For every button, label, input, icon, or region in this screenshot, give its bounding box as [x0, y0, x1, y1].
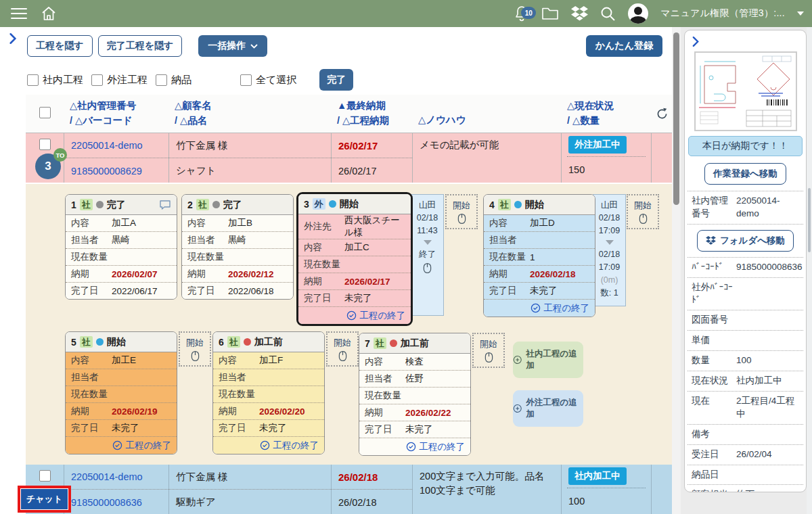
order-id-link[interactable]: 22050014-demo: [71, 140, 143, 151]
scrollbar-thumb[interactable]: [808, 188, 811, 252]
card-status-label: 完了: [107, 199, 126, 211]
search-icon[interactable]: [600, 6, 616, 22]
mouse-icon: [338, 350, 347, 362]
home-icon[interactable]: [41, 6, 57, 21]
add-external-process-button[interactable]: 外注工程の追加: [513, 390, 583, 427]
dropbox-icon: [706, 236, 716, 245]
user-avatar[interactable]: [628, 3, 648, 24]
sidebar-collapse-chevron-icon[interactable]: [692, 36, 700, 47]
process-count-badge[interactable]: 3TO: [35, 154, 61, 179]
process-due-date: 26/02/17: [338, 166, 376, 177]
filter-select-all[interactable]: 全て選択: [240, 74, 296, 87]
process-card-1[interactable]: 1 社 完了 内容加工A 担当者黒崎 現在数量 納期2026/02/07 完了日…: [65, 194, 177, 300]
account-caret-icon[interactable]: [797, 11, 804, 16]
end-process-link[interactable]: 工程の終了: [484, 300, 595, 317]
process-card-5[interactable]: 5 社 開始 内容加工E 担当者 現在数量 納期2026/02/19 完了日未完…: [65, 331, 177, 454]
checkbox-delivery[interactable]: [156, 74, 167, 86]
notification-count-badge: 10: [521, 7, 536, 19]
folder-icon[interactable]: [541, 7, 559, 20]
start-process-button-5[interactable]: 開始: [179, 331, 211, 367]
work-log-panel-4[interactable]: 山田 02/18 17:09 02/18 17:09 (0m) 数: 1: [593, 194, 626, 306]
drawing-thumbnail[interactable]: [694, 51, 797, 131]
toolbar: 工程を隠す 完了工程を隠す 一括操作 かんたん登録: [0, 35, 672, 57]
work-log-panel-3[interactable]: 山田 02/18 11:43 終了: [411, 194, 444, 316]
folder-move-button[interactable]: フォルダへ移動: [697, 230, 794, 252]
table-row[interactable]: 3TO 22050014-demo 9185000008629 竹下金属 様 シ…: [26, 133, 672, 183]
start-process-button-3[interactable]: 開始: [445, 194, 478, 229]
start-process-button-4[interactable]: 開始: [627, 194, 659, 229]
mouse-icon: [484, 352, 493, 363]
sidebar-scrollbar[interactable]: [807, 27, 812, 514]
checkbox-row1[interactable]: [39, 139, 51, 150]
status-dot-red: [390, 340, 397, 347]
check-circle-icon: [346, 310, 357, 321]
process-card-6[interactable]: 6 社 加工前 内容加工F 担当者 現在数量 納期2026/02/20 完了日未…: [212, 331, 325, 454]
field-row: 数量100: [685, 351, 806, 371]
work-register-button[interactable]: 作業登録へ移動: [704, 163, 786, 185]
worker-name: 山田: [593, 199, 625, 212]
check-circle-icon: [260, 440, 270, 450]
col-header-due[interactable]: ▲最終納期/ △工程納期: [332, 95, 413, 133]
order-id-link[interactable]: 22050014-demo: [71, 471, 143, 482]
end-process-link[interactable]: 工程の終了: [66, 437, 177, 454]
col-header-status-qty[interactable]: △現在状況/ △数量: [562, 95, 652, 133]
process-card-7[interactable]: 7 社 加工前 内容検査 担当者佐野 現在数量 納期2026/02/22 完了日…: [359, 333, 471, 456]
checkbox-header[interactable]: [39, 107, 51, 118]
notifications-bell-icon[interactable]: 10: [514, 5, 529, 22]
end-process-link[interactable]: 工程の終了: [213, 437, 324, 454]
chat-button[interactable]: チャット: [21, 489, 68, 509]
bulk-action-button[interactable]: 一括操作: [198, 35, 267, 57]
col-header-id-barcode[interactable]: △社内管理番号/ △バーコード: [64, 95, 169, 133]
row1-spacer: [652, 133, 672, 183]
filter-external-process[interactable]: 外注工程: [91, 74, 148, 87]
col-header-knowhow[interactable]: △ノウハウ: [413, 95, 562, 133]
row2-spacer: [652, 465, 672, 514]
dropbox-icon[interactable]: [571, 6, 588, 21]
complete-button[interactable]: 完了: [319, 69, 353, 91]
end-process-link[interactable]: 工程の終了: [359, 438, 470, 455]
process-card-2[interactable]: 2 社 完了 内容加工B 担当者黒崎 現在数量 納期2026/02/12 完了日…: [181, 194, 294, 300]
start-process-button-7[interactable]: 開始: [472, 333, 505, 368]
end-process-link[interactable]: 工程の終了: [298, 307, 411, 324]
checkbox-external-process[interactable]: [91, 74, 103, 86]
barcode-link[interactable]: 9185000008629: [71, 166, 142, 177]
checkbox-internal-process[interactable]: [27, 74, 39, 86]
field-row: 納品日: [685, 465, 806, 485]
account-label[interactable]: マニュアル権限（管理3）:...: [660, 7, 785, 20]
filter-delivery[interactable]: 納品: [156, 74, 191, 87]
comment-icon[interactable]: [159, 200, 171, 210]
arrow-down-icon: [606, 240, 614, 245]
add-internal-process-button[interactable]: 社内工程の追加: [513, 342, 583, 378]
process-card-3-selected[interactable]: 3 外 開始 外注先西大阪スチール様 内容加工C 現在数量 納期2026/02/…: [296, 192, 413, 326]
card-body: 内容検査 担当者佐野 現在数量 納期2026/02/22 完了日未完了 工程の終…: [359, 354, 470, 455]
easy-register-button[interactable]: かんたん登録: [586, 35, 662, 57]
field-row: 単価: [685, 331, 806, 350]
cell-id-barcode: 22050014-demo 9185000008629: [64, 133, 169, 183]
divider: [687, 224, 803, 225]
final-due-date: 26/02/17: [338, 140, 378, 151]
barcode-link[interactable]: 9185000008636: [71, 497, 142, 508]
card-body: 内容加工A 担当者黒崎 現在数量 納期2026/02/07 完了日2022/06…: [66, 215, 177, 299]
hide-process-button[interactable]: 工程を隠す: [27, 35, 93, 57]
card-type-badge: 社: [80, 199, 93, 211]
process-card-4[interactable]: 4 社 開始 内容加工D 担当者 現在数量1 納期2026/02/18 完了日未…: [483, 194, 595, 317]
checkbox-row2[interactable]: [39, 470, 51, 482]
checkbox-select-all[interactable]: [240, 74, 252, 86]
cell-due-dates: 26/02/17 26/02/17: [332, 133, 413, 183]
table-row[interactable]: 22050014-demo 9185000008636 竹下金属 様 駆動ギア …: [26, 465, 672, 514]
filter-internal-process[interactable]: 社内工程: [27, 74, 83, 87]
status-badge[interactable]: 外注加工中: [568, 136, 627, 154]
refresh-icon[interactable]: [656, 108, 669, 120]
filter-bar: 社内工程 外注工程 納品 全て選択 完了: [0, 69, 672, 91]
main-scrollbar[interactable]: [672, 27, 681, 514]
start-process-button-6[interactable]: 開始: [326, 331, 359, 367]
col-header-customer-product[interactable]: △顧客名/ △品名: [169, 95, 332, 133]
field-row: 現在状況社内加工中: [685, 371, 806, 391]
status-dot-blue: [329, 200, 336, 208]
scrollbar-thumb[interactable]: [673, 32, 679, 205]
status-badge[interactable]: 社内加工中: [568, 467, 627, 485]
customer-name: 竹下金属 様: [176, 139, 228, 152]
hide-completed-button[interactable]: 完了工程を隠す: [98, 35, 183, 57]
card-header: 5 社 開始: [66, 332, 177, 352]
hamburger-menu-icon[interactable]: [11, 8, 27, 19]
